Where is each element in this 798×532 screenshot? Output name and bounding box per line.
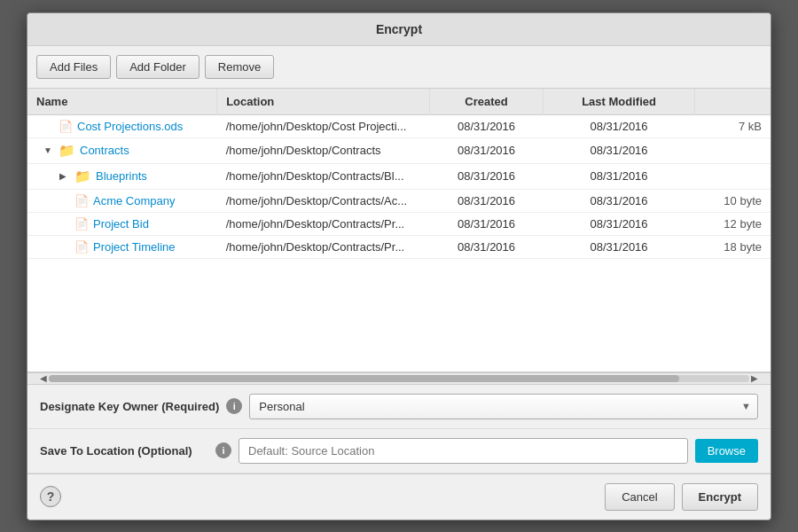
horizontal-scrollbar[interactable]: ◀ ▶	[27, 372, 771, 385]
cell-size: 10 byte	[695, 189, 771, 212]
cell-created: 08/31/2016	[429, 114, 543, 137]
table-row[interactable]: 📄Project Bid/home/john/Desktop/Contracts…	[27, 212, 771, 235]
table-row[interactable]: ▶📁Blueprints/home/john/Desktop/Contracts…	[27, 163, 771, 189]
file-name-text[interactable]: Contracts	[80, 144, 129, 157]
cell-name: 📄Project Timeline	[27, 235, 217, 258]
col-size	[695, 89, 771, 115]
cell-modified: 08/31/2016	[544, 137, 695, 163]
toolbar: Add Files Add Folder Remove	[27, 46, 771, 89]
key-owner-label: Designate Key Owner (Required)	[40, 400, 219, 413]
cell-modified: 08/31/2016	[544, 114, 695, 137]
cell-created: 08/31/2016	[429, 212, 543, 235]
col-modified: Last Modified	[544, 89, 695, 115]
dialog-footer: ? Cancel Encrypt	[27, 473, 771, 520]
file-icon: 📄	[74, 217, 89, 231]
file-name-text[interactable]: Acme Company	[93, 194, 175, 207]
table-row[interactable]: 📄Cost Projections.ods/home/john/Desktop/…	[27, 114, 771, 137]
cell-created: 08/31/2016	[429, 235, 543, 258]
cell-size: 7 kB	[695, 114, 771, 137]
browse-button[interactable]: Browse	[695, 439, 758, 463]
dialog-title: Encrypt	[27, 13, 771, 46]
file-icon: 📄	[74, 194, 89, 207]
scroll-right-arrow[interactable]: ▶	[749, 373, 760, 383]
table-row[interactable]: 📄Project Timeline/home/john/Desktop/Cont…	[27, 235, 771, 258]
cell-location: /home/john/Desktop/Contracts/Bl...	[217, 163, 430, 189]
key-owner-select[interactable]: Personal Work Other	[249, 394, 758, 419]
key-owner-dropdown-wrapper: Personal Work Other ▼	[249, 394, 758, 419]
scrollbar-thumb[interactable]	[49, 375, 679, 382]
file-icon: 📄	[74, 240, 89, 254]
cell-size	[695, 137, 771, 163]
cell-name: 📄Project Bid	[27, 212, 217, 235]
col-created: Created	[429, 89, 543, 115]
cell-name: 📄Cost Projections.ods	[27, 114, 217, 137]
footer-buttons: Cancel Encrypt	[605, 483, 758, 511]
key-owner-info-icon[interactable]: i	[226, 398, 242, 414]
cell-name: 📄Acme Company	[27, 189, 217, 212]
expand-arrow[interactable]: ▼	[43, 145, 54, 155]
folder-icon: 📁	[59, 143, 75, 159]
encrypt-dialog: Encrypt Add Files Add Folder Remove Name…	[27, 12, 771, 520]
cell-name: ▶📁Blueprints	[27, 163, 217, 189]
cell-created: 08/31/2016	[429, 137, 543, 163]
cell-location: /home/john/Desktop/Contracts	[217, 137, 430, 163]
encrypt-button[interactable]: Encrypt	[682, 483, 758, 511]
cell-location: /home/john/Desktop/Contracts/Ac...	[217, 189, 430, 212]
expand-arrow[interactable]: ▶	[59, 171, 70, 181]
cell-size: 12 byte	[695, 212, 771, 235]
table-row[interactable]: ▼📁Contracts/home/john/Desktop/Contracts0…	[27, 137, 771, 163]
add-folder-button[interactable]: Add Folder	[116, 55, 200, 79]
save-location-row: Save To Location (Optional) i Browse	[27, 429, 771, 473]
col-name: Name	[27, 89, 217, 115]
file-icon: 📄	[59, 120, 73, 133]
save-location-input[interactable]	[239, 438, 688, 464]
cell-modified: 08/31/2016	[544, 212, 695, 235]
file-name-text[interactable]: Project Timeline	[93, 240, 175, 254]
bottom-panel: Designate Key Owner (Required) i Persona…	[27, 385, 771, 473]
cell-location: /home/john/Desktop/Contracts/Pr...	[217, 212, 430, 235]
cancel-button[interactable]: Cancel	[605, 483, 674, 511]
file-name-text[interactable]: Project Bid	[93, 217, 149, 231]
cell-modified: 08/31/2016	[544, 235, 695, 258]
file-table: Name Location Created Last Modified 📄Cos…	[27, 89, 771, 259]
save-location-label: Save To Location (Optional)	[40, 444, 208, 458]
cell-size: 18 byte	[695, 235, 771, 258]
cell-created: 08/31/2016	[429, 163, 543, 189]
cell-location: /home/john/Desktop/Cost Projecti...	[217, 114, 430, 137]
table-row[interactable]: 📄Acme Company/home/john/Desktop/Contract…	[27, 189, 771, 212]
key-owner-row: Designate Key Owner (Required) i Persona…	[27, 385, 771, 429]
file-name-text[interactable]: Cost Projections.ods	[77, 120, 183, 133]
file-table-container: Name Location Created Last Modified 📄Cos…	[27, 89, 771, 372]
cell-location: /home/john/Desktop/Contracts/Pr...	[217, 235, 430, 258]
folder-icon: 📁	[74, 168, 91, 184]
cell-modified: 08/31/2016	[544, 163, 695, 189]
file-name-text[interactable]: Blueprints	[96, 169, 147, 183]
cell-created: 08/31/2016	[429, 189, 543, 212]
save-location-info-icon[interactable]: i	[215, 442, 231, 458]
table-header-row: Name Location Created Last Modified	[27, 89, 771, 115]
cell-name: ▼📁Contracts	[27, 137, 217, 163]
remove-button[interactable]: Remove	[205, 55, 274, 79]
cell-modified: 08/31/2016	[544, 189, 695, 212]
scroll-left-arrow[interactable]: ◀	[38, 373, 49, 383]
col-location: Location	[217, 89, 430, 115]
scrollbar-track[interactable]	[49, 375, 749, 382]
cell-size	[695, 163, 771, 189]
help-button[interactable]: ?	[40, 486, 61, 507]
add-files-button[interactable]: Add Files	[36, 55, 111, 79]
